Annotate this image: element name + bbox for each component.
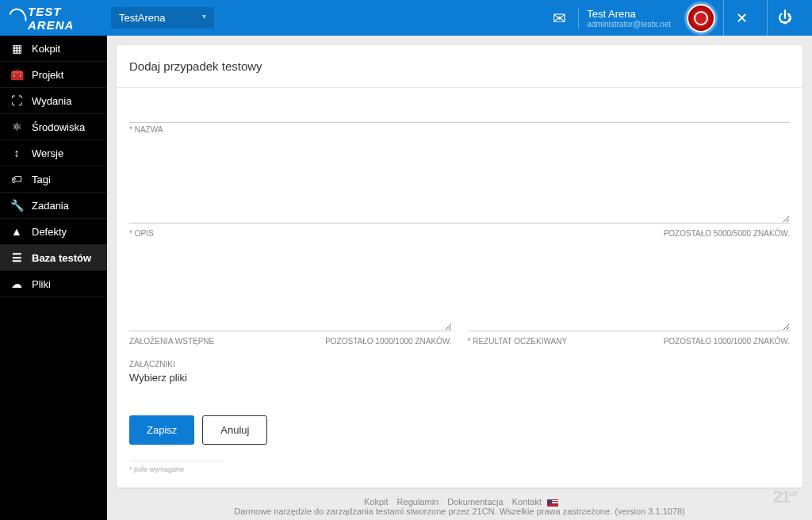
logo[interactable]: TEST ARENA	[10, 6, 95, 30]
logo-text: TEST ARENA	[28, 5, 95, 32]
sidebar-item-label: Tagi	[32, 174, 51, 185]
sidebar-item-label: Baza testów	[32, 252, 91, 264]
releases-icon: ⛶	[10, 94, 24, 107]
sidebar-item-label: Pliki	[32, 278, 51, 290]
expected-result-textarea[interactable]	[468, 252, 791, 331]
dashboard-icon: ▦	[10, 42, 24, 55]
expected-label: * REZULTAT OCZEKIWANY	[468, 337, 568, 346]
panel: Dodaj przypadek testowy * NAZWA * OPIS P…	[117, 45, 802, 488]
user-info[interactable]: Test Arena administrator@testx.net	[578, 8, 679, 29]
footer-link-kokpit[interactable]: Kokpit	[364, 497, 389, 507]
description-label: * OPIS	[129, 229, 154, 238]
sidebar-item-tagi[interactable]: 🏷 Tagi	[0, 166, 107, 193]
avatar[interactable]	[687, 4, 715, 32]
name-label: * NAZWA	[129, 125, 163, 134]
sidebar-item-wydania[interactable]: ⛶ Wydania	[0, 88, 107, 114]
sidebar-item-pliki[interactable]: ☁ Pliki	[0, 271, 107, 297]
footer-link-kontakt[interactable]: Kontakt	[512, 497, 542, 507]
project-selected-label: TestArena	[119, 12, 166, 24]
required-note: * pole wymagane	[129, 461, 224, 473]
header-right: ✉ Test Arena administrator@testx.net ✕ ⏻	[553, 0, 802, 36]
sidebar-item-kokpit[interactable]: ▦ Kokpit	[0, 36, 107, 62]
sidebar-item-defekty[interactable]: ▲ Defekty	[0, 219, 107, 245]
description-counter: POZOSTAŁO 5000/5000 ZNAKÓW.	[664, 229, 790, 238]
sidebar-item-label: Wydania	[32, 95, 71, 107]
sidebar-item-label: Defekty	[32, 226, 67, 238]
test-base-icon: ☰	[10, 251, 24, 264]
power-icon: ⏻	[778, 10, 792, 26]
footer: Kokpit Regulamin Dokumentacja Kontakt Da…	[117, 488, 802, 520]
sidebar-item-baza-testow[interactable]: ☰ Baza testów	[0, 245, 107, 271]
sidebar-item-label: Zadania	[32, 200, 69, 212]
logout-button[interactable]: ⏻	[767, 0, 802, 36]
header: TEST ARENA TestArena ✉ Test Arena admini…	[0, 0, 812, 36]
user-name: Test Arena	[587, 8, 671, 20]
flag-icon[interactable]	[547, 499, 558, 507]
settings-button[interactable]: ✕	[723, 0, 759, 36]
sidebar-item-label: Projekt	[32, 69, 63, 81]
sidebar-item-wersje[interactable]: ↕ Wersje	[0, 140, 107, 166]
sidebar-item-projekt[interactable]: 🧰 Projekt	[0, 62, 107, 88]
mail-icon[interactable]: ✉	[553, 9, 566, 28]
logo-swoosh-icon	[6, 5, 30, 30]
project-select[interactable]: TestArena	[111, 7, 214, 29]
tools-icon: ✕	[736, 10, 748, 27]
choose-files-link[interactable]: Wybierz pliki	[129, 372, 790, 384]
cancel-button[interactable]: Anuluj	[202, 415, 267, 445]
versions-icon: ↕	[10, 147, 24, 159]
footer-link-dokumentacja[interactable]: Dokumentacja	[447, 497, 503, 507]
expected-counter: POZOSTAŁO 1000/1000 ZNAKÓW.	[664, 337, 790, 346]
description-textarea[interactable]	[129, 148, 790, 224]
project-icon: 🧰	[10, 68, 24, 81]
save-button[interactable]: Zapisz	[129, 415, 194, 445]
footer-copyright: Darmowe narzędzie do zarządzania testami…	[126, 507, 793, 516]
name-input[interactable]	[129, 101, 790, 123]
preconditions-textarea[interactable]	[129, 252, 452, 331]
sidebar-item-label: Środowiska	[32, 121, 85, 133]
user-email: administrator@testx.net	[587, 20, 671, 29]
content: Dodaj przypadek testowy * NAZWA * OPIS P…	[107, 36, 812, 520]
tags-icon: 🏷	[10, 173, 24, 185]
files-icon: ☁	[10, 277, 24, 290]
sidebar-item-zadania[interactable]: 🔧 Zadania	[0, 193, 107, 219]
preconditions-counter: POZOSTAŁO 1000/1000 ZNAKÓW.	[325, 337, 451, 346]
preconditions-label: ZAŁOŻENIA WSTĘPNE	[129, 337, 214, 346]
sidebar-item-label: Kokpit	[32, 43, 60, 55]
sidebar-item-srodowiska[interactable]: ⚛ Środowiska	[0, 114, 107, 140]
attachments-label: ZAŁĄCZNIKI	[129, 360, 790, 369]
tasks-icon: 🔧	[10, 199, 24, 212]
footer-brand: 21cn	[773, 487, 796, 507]
footer-link-regulamin[interactable]: Regulamin	[397, 497, 439, 507]
page-title: Dodaj przypadek testowy	[117, 45, 802, 88]
defects-icon: ▲	[10, 225, 24, 238]
sidebar-item-label: Wersje	[32, 147, 63, 159]
sidebar: ▦ Kokpit 🧰 Projekt ⛶ Wydania ⚛ Środowisk…	[0, 36, 107, 520]
environments-icon: ⚛	[10, 120, 24, 133]
